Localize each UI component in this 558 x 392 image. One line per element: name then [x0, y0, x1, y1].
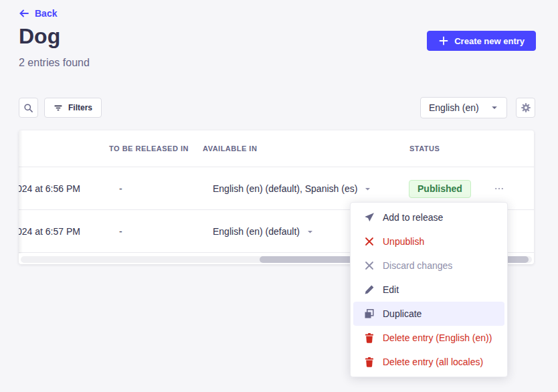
menu-item-unpublish[interactable]: Unpublish [353, 229, 504, 254]
available-in-value: English (en) (default) [213, 226, 300, 237]
menu-item-add-to-release[interactable]: Add to release [353, 205, 504, 229]
menu-item-label: Unpublish [383, 236, 424, 247]
cell-updated-date: 024 at 6:57 PM [19, 210, 80, 253]
menu-item-discard-changes[interactable]: Discard changes [353, 254, 504, 278]
menu-item-label: Duplicate [383, 308, 422, 319]
menu-item-label: Delete entry (all locales) [383, 357, 483, 367]
available-in-value: English (en) (default), Spanish (es) [213, 183, 357, 194]
menu-item-label: Delete entry (English (en)) [383, 332, 492, 343]
menu-item-duplicate[interactable]: Duplicate [353, 302, 504, 326]
ellipsis-icon [494, 183, 504, 194]
menu-item-label: Edit [383, 284, 399, 295]
gear-icon [521, 102, 531, 113]
row-actions-context-menu: Add to release Unpublish Discard changes [350, 202, 508, 377]
menu-item-label: Discard changes [383, 260, 452, 271]
search-icon [23, 103, 33, 113]
back-link[interactable]: Back [19, 8, 57, 19]
filters-button[interactable]: Filters [44, 98, 102, 118]
menu-item-delete-entry-locale[interactable]: Delete entry (English (en)) [353, 326, 504, 350]
menu-item-label: Add to release [383, 212, 443, 223]
chevron-down-icon [490, 104, 498, 112]
chevron-down-icon [364, 185, 371, 193]
filter-icon [54, 103, 63, 112]
cross-icon [364, 260, 375, 271]
duplicate-icon [364, 308, 375, 319]
back-label: Back [35, 8, 57, 19]
status-badge: Published [409, 180, 471, 198]
column-header-status: STATUS [409, 130, 440, 167]
arrow-left-icon [19, 8, 29, 19]
create-new-entry-button[interactable]: Create new entry [427, 31, 536, 51]
locale-selected-value: English (en) [429, 102, 479, 113]
content-manager-page: Back Dog 2 entries found Create new entr… [0, 0, 558, 392]
trash-icon [364, 332, 375, 343]
entries-count: 2 entries found [19, 57, 90, 69]
pencil-icon [364, 284, 375, 295]
cell-updated-date: 024 at 6:56 PM [19, 167, 80, 210]
search-button[interactable] [19, 98, 38, 118]
cell-available-in[interactable]: English (en) (default) [213, 210, 314, 253]
chevron-down-icon [306, 228, 314, 235]
filters-label: Filters [68, 103, 92, 112]
cross-icon [364, 236, 375, 247]
create-new-entry-label: Create new entry [454, 36, 525, 46]
menu-item-edit[interactable]: Edit [353, 278, 504, 302]
cell-to-be-released-in: - [119, 210, 122, 253]
menu-item-delete-entry-all-locales[interactable]: Delete entry (all locales) [353, 350, 504, 374]
cell-to-be-released-in: - [119, 167, 122, 210]
column-header-available-in: AVAILABLE IN [203, 130, 257, 167]
column-header-to-be-released-in: TO BE RELEASED IN [109, 130, 189, 167]
locale-select[interactable]: English (en) [420, 97, 507, 118]
paper-plane-icon [364, 212, 375, 223]
cell-available-in[interactable]: English (en) (default), Spanish (es) [213, 167, 371, 210]
plus-icon [438, 35, 449, 46]
settings-button[interactable] [516, 98, 535, 118]
trash-icon [364, 357, 375, 367]
page-title: Dog [19, 24, 60, 49]
